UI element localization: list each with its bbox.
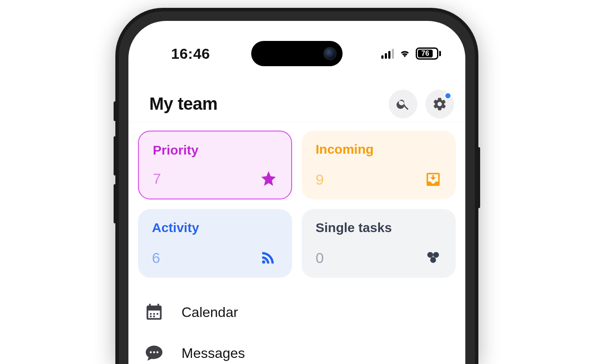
nav-item-calendar[interactable]: Calendar [144,292,450,333]
card-priority[interactable]: Priority 7 [138,131,292,199]
battery-level: 76 [418,50,433,57]
app-header: My team [128,85,465,123]
card-title: Incoming [316,142,442,157]
nav-item-label: Calendar [182,304,238,320]
card-single-tasks[interactable]: Single tasks 0 [302,209,456,278]
card-incoming[interactable]: Incoming 9 [302,131,456,199]
nav-item-messages[interactable]: Messages [144,333,450,364]
battery-indicator: 76 [416,47,441,60]
nav-item-label: Messages [182,345,245,361]
chat-icon [144,343,164,363]
nav-list: Calendar Messages [144,292,450,364]
status-bar: 16:46 76 [128,43,465,64]
card-count: 7 [153,170,161,187]
card-activity[interactable]: Activity 6 [138,209,292,278]
card-title: Single tasks [316,220,442,235]
rss-icon [261,249,278,266]
phone-side-button [114,184,116,223]
svg-point-1 [433,252,439,258]
phone-side-button [114,136,116,175]
card-count: 9 [316,171,324,188]
star-icon [260,170,277,187]
search-button[interactable] [389,90,417,118]
phone-frame: 16:46 76 My te [115,8,478,364]
cards-grid: Priority 7 Incoming 9 [138,131,456,278]
screen: 16:46 76 My te [128,21,465,364]
search-icon [396,97,410,111]
card-title: Priority [153,143,277,158]
phone-side-button [114,101,116,121]
calendar-icon [144,302,164,322]
wifi-icon [398,48,411,59]
settings-button[interactable] [425,90,454,118]
status-time: 16:46 [171,45,210,62]
cluster-dots-icon [424,249,442,266]
card-count: 0 [316,249,324,266]
inbox-download-icon [424,171,442,188]
svg-point-0 [427,252,433,258]
page-title: My team [149,94,218,114]
notification-badge [444,92,451,99]
phone-bezel: 16:46 76 My te [119,11,475,364]
card-title: Activity [152,220,278,235]
phone-side-button [478,147,480,208]
cellular-icon [381,48,394,59]
status-indicators: 76 [381,47,441,60]
svg-point-2 [430,257,436,263]
card-count: 6 [152,249,160,266]
header-actions [389,90,454,118]
gear-icon [432,97,447,111]
